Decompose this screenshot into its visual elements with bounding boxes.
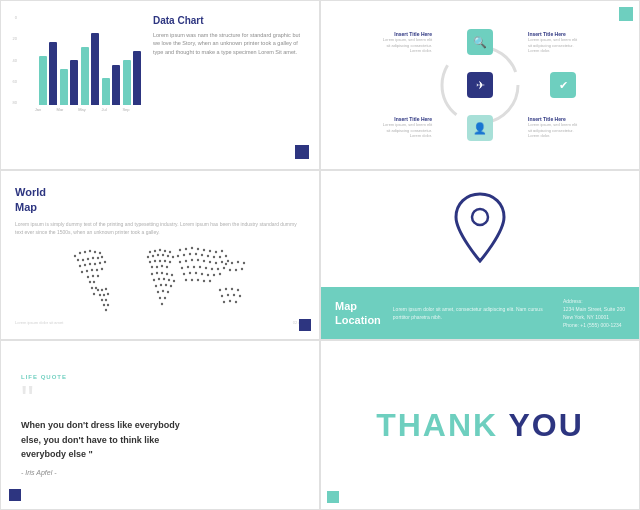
svg-point-19: [81, 271, 83, 273]
svg-point-50: [157, 254, 159, 256]
svg-point-79: [167, 291, 169, 293]
svg-point-17: [99, 262, 101, 264]
svg-point-142: [233, 294, 235, 296]
cycle-icon-search: 🔍: [467, 29, 493, 55]
svg-point-69: [158, 278, 160, 280]
svg-point-73: [155, 285, 157, 287]
svg-point-108: [227, 260, 229, 262]
bar-navy-5: [133, 51, 141, 105]
x-axis-labels: Jan Mar May Jul Sep: [11, 107, 141, 112]
svg-point-134: [235, 269, 237, 271]
svg-point-15: [89, 263, 91, 265]
presentation-grid: 80 60 40 20 0: [0, 0, 640, 510]
cycle-diagram: 🔍 ✈ 👤 ✔ Insert Title Here Lorem ipsum, s…: [380, 25, 580, 145]
svg-point-75: [165, 284, 167, 286]
svg-point-40: [103, 304, 105, 306]
bar-navy-1: [49, 42, 57, 105]
svg-point-37: [107, 293, 109, 295]
svg-point-20: [86, 270, 88, 272]
y-label-4: 0: [11, 15, 17, 20]
svg-point-24: [87, 276, 89, 278]
svg-point-115: [217, 268, 219, 270]
bar-group-1: [39, 42, 57, 105]
svg-point-83: [179, 249, 181, 251]
svg-point-61: [161, 265, 163, 267]
svg-point-78: [162, 290, 164, 292]
svg-point-127: [203, 280, 205, 282]
svg-point-9: [87, 258, 89, 260]
svg-point-49: [152, 255, 154, 257]
svg-point-86: [197, 248, 199, 250]
bar-navy-2: [70, 60, 78, 105]
svg-point-36: [103, 294, 105, 296]
svg-point-116: [223, 267, 225, 269]
cycle-text-tr: Insert Title Here Lorem ipsum, sed lorem…: [528, 31, 580, 54]
svg-point-121: [207, 274, 209, 276]
svg-point-8: [82, 259, 84, 261]
svg-point-6: [99, 252, 101, 254]
bar-navy-3: [91, 33, 99, 105]
thank-word: THANK: [376, 407, 498, 443]
map-visual: [15, 236, 305, 320]
svg-point-145: [229, 300, 231, 302]
svg-point-76: [170, 285, 172, 287]
map-description: Lorem ipsum is simply dummy text of the …: [15, 220, 305, 236]
svg-point-140: [221, 295, 223, 297]
cycle-item-body-tl: Lorem ipsum, sed lorem elit sit adipisci…: [380, 37, 432, 54]
svg-point-42: [105, 309, 107, 311]
cycle-text-bl: Insert Title Here Lorem ipsum, sed lorem…: [380, 116, 432, 139]
svg-point-146: [235, 301, 237, 303]
svg-point-31: [93, 293, 95, 295]
svg-point-2: [79, 252, 81, 254]
svg-point-28: [93, 281, 95, 283]
location-address-label: Address:: [563, 297, 625, 305]
svg-point-88: [209, 250, 211, 252]
svg-point-85: [191, 247, 193, 249]
chart-text: Data Chart Lorem ipsum was nam the struc…: [141, 15, 305, 56]
quote-label: Life Quote: [21, 374, 299, 380]
location-pin-svg: [450, 189, 510, 269]
svg-point-137: [225, 288, 227, 290]
svg-point-87: [203, 249, 205, 251]
svg-point-10: [92, 257, 94, 259]
corner-accent-map: [299, 319, 311, 331]
svg-point-38: [101, 299, 103, 301]
svg-point-103: [197, 259, 199, 261]
map-bottom-bar: Lorem ipsum dolor sit amet 02 / 04: [15, 320, 305, 325]
svg-point-54: [149, 261, 151, 263]
svg-point-117: [183, 273, 185, 275]
svg-point-1: [74, 255, 76, 257]
svg-point-96: [207, 255, 209, 257]
svg-point-62: [166, 266, 168, 268]
svg-point-95: [201, 254, 203, 256]
svg-point-81: [164, 297, 166, 299]
location-bottom: MapLocation Lorem ipsum dolor sit amet, …: [321, 287, 639, 339]
accent-bottom-left-thankyou: [327, 491, 339, 503]
svg-point-39: [105, 299, 107, 301]
svg-point-5: [94, 251, 96, 253]
thank-you-text: THANK YOU: [376, 407, 584, 444]
svg-point-90: [221, 250, 223, 252]
svg-point-94: [195, 253, 197, 255]
y-label-1: 60: [11, 79, 17, 84]
svg-point-43: [149, 251, 151, 253]
svg-point-118: [189, 272, 191, 274]
svg-point-144: [223, 301, 225, 303]
svg-point-59: [151, 266, 153, 268]
svg-point-100: [179, 261, 181, 263]
svg-point-131: [237, 261, 239, 263]
svg-point-56: [159, 260, 161, 262]
svg-point-123: [219, 273, 221, 275]
svg-point-93: [189, 253, 191, 255]
cycle-text-tl: Insert Title Here Lorem ipsum, sed lorem…: [380, 31, 432, 54]
svg-point-68: [153, 279, 155, 281]
chart-title: Data Chart: [153, 15, 305, 26]
bar-teal-4: [102, 78, 110, 105]
cycle-icon-check: ✔: [550, 72, 576, 98]
svg-point-46: [164, 250, 166, 252]
x-label-3: Jul: [95, 107, 113, 112]
svg-point-51: [162, 254, 164, 256]
location-phone: Phone: +1 (555) 000-1234: [563, 321, 625, 329]
svg-point-80: [159, 297, 161, 299]
map-location-cell: MapLocation Lorem ipsum dolor sit amet, …: [320, 170, 640, 340]
